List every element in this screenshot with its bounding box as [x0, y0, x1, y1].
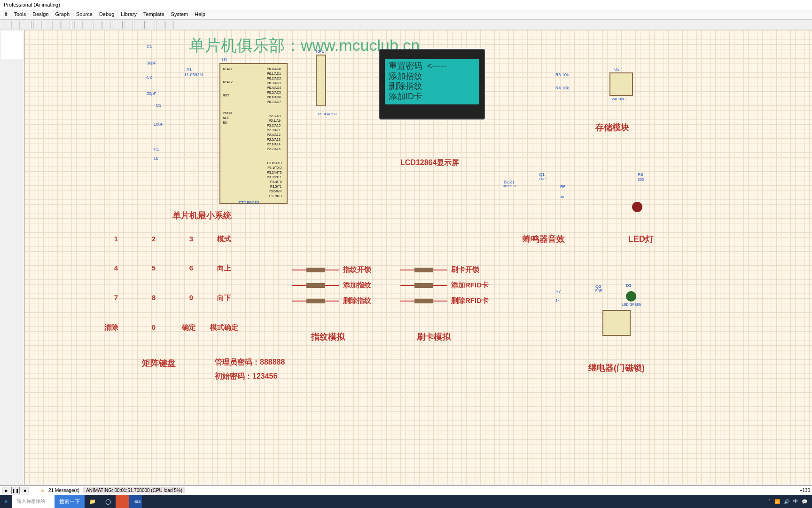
respack[interactable]: [316, 55, 326, 106]
zoom-out-icon[interactable]: [93, 21, 102, 29]
res-r4: R4 10k: [555, 86, 569, 90]
mcu-pins-p3: P3.0/RXDP3.1/TXDP3.2/INT0P3.3/INT1P3.4/T…: [266, 161, 283, 198]
eeprom-part: 24C02C: [612, 97, 625, 101]
cap-c2-ref: C2: [147, 75, 152, 79]
menu-library[interactable]: Library: [118, 11, 140, 18]
key-clear[interactable]: 清除: [97, 323, 125, 332]
message-count[interactable]: 21 Message(s): [48, 488, 79, 493]
stop-button[interactable]: ■: [21, 487, 29, 494]
volume-icon[interactable]: 🔊: [784, 499, 789, 504]
res-r5-val: 1k: [560, 195, 564, 199]
toolbar-button[interactable]: [11, 21, 20, 29]
menu-graph[interactable]: Graph: [52, 11, 72, 18]
zoom-in-icon[interactable]: [84, 21, 92, 29]
xtal-val: 11.0592M: [184, 72, 203, 77]
admin-pwd: 管理员密码：888888: [215, 357, 285, 367]
finger-del-switch[interactable]: [292, 301, 339, 302]
finger-unlock-switch[interactable]: [292, 270, 339, 270]
zoom-all-icon[interactable]: [102, 21, 111, 29]
q1-ref: Q1: [539, 172, 545, 177]
menu-debug[interactable]: Debug: [96, 11, 117, 18]
key-5[interactable]: 5: [140, 264, 168, 272]
cortana-icon[interactable]: ◯: [101, 495, 116, 508]
toolbar-button[interactable]: [52, 21, 61, 29]
finger-switches: 指纹开锁 添加指纹 删除指纹: [292, 265, 371, 305]
search-box[interactable]: 输入你想搜的: [12, 495, 55, 508]
tray-up-icon[interactable]: ˄: [768, 499, 771, 504]
cap-c1-val: 30pF: [147, 61, 156, 65]
res-r7-val: 1k: [555, 298, 559, 302]
copy-icon[interactable]: [156, 21, 164, 29]
key-mode-ok[interactable]: 模式确定: [205, 323, 243, 332]
key-6[interactable]: 6: [177, 264, 205, 272]
menu-template[interactable]: Template: [141, 11, 167, 18]
key-2[interactable]: 2: [140, 235, 168, 243]
led-green[interactable]: [626, 291, 636, 302]
play-button[interactable]: ▶: [2, 487, 10, 494]
res-r5: R5: [560, 184, 566, 189]
q1-type: PNP: [539, 177, 546, 181]
finger-add-switch[interactable]: [292, 285, 339, 286]
search-button[interactable]: 搜索一下: [55, 495, 85, 508]
mcu-ref: U1: [222, 57, 227, 62]
proteus-icon[interactable]: ISIS: [129, 495, 142, 508]
rfid-del-switch[interactable]: [400, 301, 447, 302]
toolbar-button[interactable]: [33, 21, 42, 29]
cut-icon[interactable]: [147, 21, 155, 29]
section-keypad: 矩阵键盘: [142, 357, 176, 369]
ime-indicator[interactable]: 中: [793, 498, 798, 505]
res-r6-val: 300: [638, 177, 644, 182]
res-r3: R3 10k: [555, 72, 569, 77]
key-8[interactable]: 8: [140, 294, 168, 302]
redo-icon[interactable]: [134, 21, 142, 29]
toolbar-button[interactable]: [43, 21, 51, 29]
app-icon[interactable]: [116, 495, 129, 508]
section-storage: 存储模块: [595, 122, 629, 133]
menu-tools[interactable]: Tools: [11, 11, 29, 18]
menu-design[interactable]: Design: [30, 11, 51, 18]
wifi-icon[interactable]: 📶: [774, 499, 780, 504]
key-9[interactable]: 9: [177, 294, 205, 302]
key-mode[interactable]: 模式: [210, 235, 238, 244]
key-7[interactable]: 7: [102, 294, 130, 302]
explorer-icon[interactable]: 📁: [85, 495, 101, 508]
animation-status: ANIMATING: 00:01:51.700000 (CPU load 5%): [83, 487, 185, 493]
zoom-fit-icon[interactable]: [74, 21, 83, 29]
key-up[interactable]: 向上: [210, 264, 238, 273]
res-r7: R7: [555, 289, 561, 294]
cap-c1-ref: C1: [147, 44, 152, 49]
menu-help[interactable]: Help: [192, 11, 208, 18]
section-finger: 指纹模拟: [311, 331, 345, 342]
key-ok[interactable]: 确定: [175, 323, 203, 332]
led-red[interactable]: [632, 202, 642, 212]
paste-icon[interactable]: [165, 21, 174, 29]
notification-icon[interactable]: 💬: [802, 499, 807, 504]
lcd-module[interactable]: 重置密码 <----- 添加指纹 删除指纹 添加ID卡: [379, 49, 485, 119]
toolbar-button[interactable]: [2, 21, 10, 29]
eeprom-chip[interactable]: [609, 72, 633, 96]
toolbar-button[interactable]: [62, 21, 70, 29]
respack-ref: RP1: [316, 49, 324, 54]
rfid-unlock-switch[interactable]: [400, 270, 447, 270]
menu-bar: it Tools Design Graph Source Debug Libra…: [0, 10, 812, 20]
mcu-pins-p2: P2.0/A8P2.1/A9P2.2/A10P2.3/A11P2.4/A12P2…: [266, 114, 281, 151]
key-0[interactable]: 0: [140, 323, 168, 331]
init-pwd: 初始密码：123456: [215, 372, 277, 381]
pause-button[interactable]: ❚❚: [11, 487, 20, 494]
key-4[interactable]: 4: [102, 264, 130, 272]
menu-it[interactable]: it: [2, 11, 10, 18]
toolbar-button[interactable]: [21, 21, 29, 29]
zoom-area-icon[interactable]: [112, 21, 120, 29]
edge-icon[interactable]: e: [0, 495, 12, 508]
relay[interactable]: [602, 310, 631, 336]
system-tray[interactable]: ˄ 📶 🔊 中 💬: [764, 498, 812, 505]
schematic-canvas[interactable]: 单片机俱乐部：www.mcuclub.cn U1 STC89C52 XTAL1 …: [24, 30, 812, 484]
key-1[interactable]: 1: [102, 235, 130, 243]
key-down[interactable]: 向下: [210, 294, 238, 302]
undo-icon[interactable]: [125, 21, 133, 29]
menu-source[interactable]: Source: [73, 11, 95, 18]
key-3[interactable]: 3: [177, 235, 205, 243]
rfid-add-switch[interactable]: [400, 285, 447, 286]
menu-system[interactable]: System: [168, 11, 191, 18]
coord-display: +130: [799, 488, 810, 493]
